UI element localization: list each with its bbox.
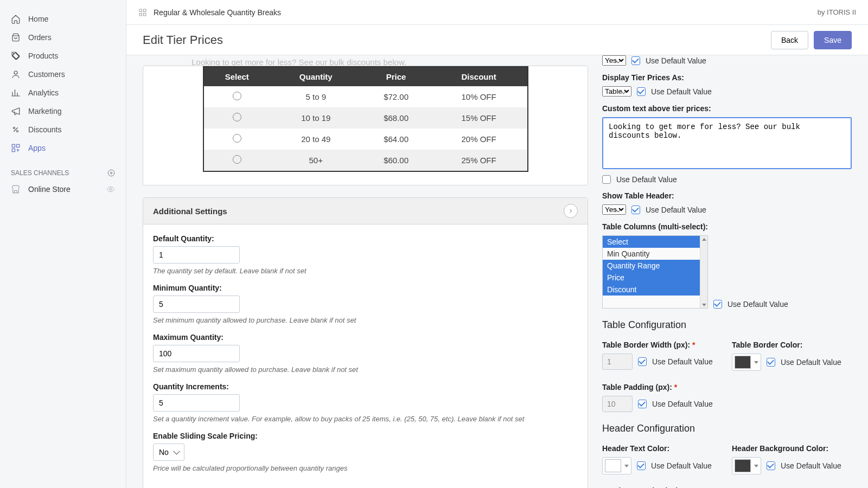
nav-home[interactable]: Home	[0, 10, 126, 28]
channel-label: Online Store	[28, 185, 71, 194]
col-option[interactable]: Discount	[603, 284, 707, 296]
minqty-input[interactable]	[153, 296, 240, 313]
back-button[interactable]: Back	[771, 31, 808, 49]
channel-online-store[interactable]: Online Store	[0, 180, 126, 198]
additional-settings-card: Additional Settings Default Quantity:The…	[143, 197, 588, 488]
col-option[interactable]: Select	[603, 236, 707, 248]
chevron-down-icon	[754, 465, 758, 467]
display-as-label: Display Tier Prices As:	[602, 73, 852, 82]
minqty-label: Minimum Quantity:	[153, 284, 578, 292]
hdr-txt-c-picker[interactable]	[602, 457, 631, 474]
cell-disc: 20% OFF	[431, 129, 527, 150]
cols-udv-check[interactable]	[713, 300, 722, 309]
hdr-txt-c-udv-check[interactable]	[637, 461, 646, 470]
cols-multiselect[interactable]: SelectMin QuantityQuantity RangePriceDis…	[602, 235, 708, 309]
select-radio[interactable]	[233, 134, 241, 143]
border-w-udv-check[interactable]	[638, 357, 647, 366]
nav-orders[interactable]: Orders	[0, 28, 126, 47]
udv-label: Use Default Value	[646, 206, 706, 214]
additional-heading: Additional Settings	[153, 207, 227, 216]
minqty-hint: Set minimum quantity allowed to purchase…	[153, 316, 578, 324]
eye-icon[interactable]	[106, 185, 115, 194]
border-c-picker[interactable]	[732, 354, 761, 371]
top-udv-check[interactable]	[631, 56, 640, 65]
display-as-udv-check[interactable]	[637, 87, 646, 96]
sales-channels-label: SALES CHANNELS	[0, 157, 126, 180]
udv-label: Use Default Value	[646, 56, 706, 65]
svg-rect-4	[12, 144, 15, 147]
nav-label: Discounts	[28, 125, 61, 134]
sliding-select[interactable]: No	[153, 444, 184, 461]
maxqty-input[interactable]	[153, 345, 240, 362]
orders-icon	[11, 33, 21, 42]
custom-text-label: Custom text above tier prices:	[602, 104, 852, 113]
nav-apps[interactable]: Apps	[0, 139, 126, 157]
hdr-bg-c-udv-check[interactable]	[767, 461, 775, 470]
app-author: by ITORIS II	[818, 8, 856, 16]
border-c-udv-check[interactable]	[767, 358, 775, 367]
cell-price: $64.00	[362, 129, 431, 150]
analytics-icon	[11, 88, 21, 98]
preview-card: Select Quantity Price Discount 5 to 9$72…	[143, 66, 588, 185]
custom-text-udv-check[interactable]	[602, 175, 611, 184]
show-header-udv-check[interactable]	[631, 206, 640, 214]
select-radio[interactable]	[233, 92, 241, 100]
table-config-heading: Table Configuration	[602, 319, 852, 331]
add-channel-icon[interactable]	[107, 169, 115, 177]
nav-marketing[interactable]: Marketing	[0, 102, 126, 120]
cell-qty: 10 to 19	[270, 107, 362, 129]
nav-discounts[interactable]: Discounts	[0, 120, 126, 139]
svg-rect-6	[12, 149, 15, 152]
cell-price: $60.00	[362, 150, 431, 171]
nav-products[interactable]: Products	[0, 47, 126, 65]
defqty-label: Default Quantity:	[153, 234, 578, 243]
hdr-bg-c-picker[interactable]	[732, 457, 761, 474]
col-qty: Quantity	[270, 67, 362, 86]
save-button[interactable]: Save	[814, 31, 852, 49]
display-as-select[interactable]: Table	[602, 86, 631, 97]
show-header-select[interactable]: Yes	[602, 204, 626, 215]
col-option[interactable]: Price	[603, 272, 707, 284]
nav-analytics[interactable]: Analytics	[0, 84, 126, 102]
select-radio[interactable]	[233, 155, 241, 164]
border-w-input[interactable]	[602, 354, 633, 370]
padding-input[interactable]	[602, 396, 633, 412]
show-header-label: Show Table Header:	[602, 191, 852, 200]
svg-point-1	[14, 71, 17, 74]
nav-label: Home	[28, 15, 48, 23]
nav-customers[interactable]: Customers	[0, 65, 126, 84]
cell-disc: 25% OFF	[431, 150, 527, 171]
cell-qty: 20 to 49	[270, 129, 362, 150]
custom-text-input[interactable]	[602, 117, 852, 169]
svg-rect-9	[139, 9, 142, 12]
padding-udv-check[interactable]	[638, 400, 647, 408]
products-icon	[11, 51, 21, 61]
nav-label: Products	[28, 52, 58, 60]
scrollbar[interactable]	[700, 236, 707, 308]
preview-table: Select Quantity Price Discount 5 to 9$72…	[204, 67, 527, 171]
discounts-icon	[11, 125, 21, 134]
swatch-icon	[735, 459, 751, 472]
col-option[interactable]: Min Quantity	[603, 248, 707, 260]
nav-label: Orders	[28, 33, 52, 42]
chevron-down-icon	[754, 361, 758, 364]
svg-rect-10	[143, 9, 146, 12]
swatch-icon	[735, 356, 751, 369]
select-radio[interactable]	[233, 113, 241, 121]
cell-qty: 50+	[270, 150, 362, 171]
padding-label: Table Padding (px):	[602, 383, 672, 391]
border-c-label: Table Border Color:	[732, 341, 852, 349]
cell-disc: 10% OFF	[431, 86, 527, 107]
sliding-label: Enable Sliding Scale Pricing:	[153, 432, 578, 440]
cell-price: $68.00	[362, 107, 431, 129]
col-option[interactable]: Quantity Range	[603, 260, 707, 272]
qtyinc-input[interactable]	[153, 394, 240, 412]
sliding-hint: Price will be calculated proportionally …	[153, 464, 578, 472]
udv-label: Use Default Value	[781, 358, 841, 367]
cell-disc: 15% OFF	[431, 107, 527, 129]
defqty-input[interactable]	[153, 246, 240, 264]
expand-button[interactable]	[564, 204, 578, 218]
top-yes-select[interactable]: Yes	[602, 55, 626, 66]
app-title: Regular & Wholesale Quantity Breaks	[154, 8, 281, 17]
border-w-label: Table Border Width (px):	[602, 341, 690, 349]
